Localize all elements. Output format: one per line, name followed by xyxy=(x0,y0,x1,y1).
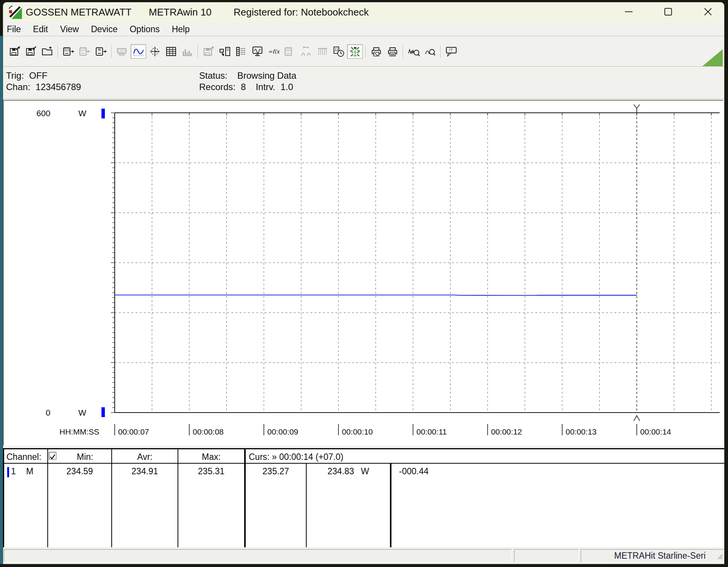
curve-view-button[interactable] xyxy=(131,44,146,59)
chan-value: 123456789 xyxy=(36,82,81,92)
channel-visibility-checkbox[interactable] xyxy=(49,452,56,460)
open-file-button[interactable] xyxy=(39,44,55,59)
table-view-icon xyxy=(165,46,177,57)
menu-device[interactable]: Device xyxy=(91,22,117,36)
multimeter-display-icon: 1257 xyxy=(116,46,128,57)
import-data-button[interactable] xyxy=(217,44,232,59)
channel-list-icon xyxy=(235,46,247,57)
power-chart[interactable]: 00:00:0700:00:0800:00:0900:00:1000:00:11… xyxy=(4,101,723,445)
resize-grip-lines xyxy=(718,555,722,559)
svg-text:321: 321 xyxy=(64,48,69,52)
menu-help[interactable]: Help xyxy=(172,22,190,36)
zoom-out-button[interactable] xyxy=(406,44,421,59)
print-icon xyxy=(387,46,399,57)
histogram-view-icon xyxy=(181,46,193,57)
range-compare-icon xyxy=(300,46,312,57)
table-border xyxy=(390,464,391,547)
x-tick-label: 00:00:11 xyxy=(416,427,447,436)
measurement-table: Channel: Min: Avr: Max: Curs: » 00:00:14… xyxy=(3,448,724,547)
table-view-button[interactable] xyxy=(163,44,179,59)
time-settings-icon: 12 xyxy=(333,46,345,57)
print-graph-button[interactable] xyxy=(368,44,384,59)
status-panel: Trig:OFF Chan:123456789 Status:Browsing … xyxy=(3,67,724,99)
titlebar-brand: GOSSEN METRAWATT xyxy=(26,6,131,18)
cursor-bottom-marker[interactable] xyxy=(634,416,640,421)
divider xyxy=(3,99,724,100)
device-settings-icon: 321 xyxy=(284,46,296,57)
svg-text:1257: 1257 xyxy=(118,49,125,53)
formula-fx-icon: =f(x) xyxy=(268,46,280,57)
menu-file[interactable]: File xyxy=(7,22,21,36)
records-value: 8 xyxy=(241,82,246,92)
menu-view[interactable]: View xyxy=(60,22,79,36)
maximize-icon xyxy=(665,8,672,15)
histogram-view-button xyxy=(179,44,195,59)
read-device-m-icon: M xyxy=(95,46,107,57)
cursor-top-marker[interactable] xyxy=(634,104,640,113)
time-settings-button[interactable]: 12 xyxy=(331,44,346,59)
records-label: Records: xyxy=(199,82,235,92)
device-settings-button: 321 xyxy=(282,44,298,59)
save-file-button[interactable] xyxy=(7,44,22,59)
titlebar-registration: Registered for: Notebookcheck xyxy=(234,6,369,18)
read-device-m-button[interactable]: M xyxy=(93,44,109,59)
row-min-value: 234.59 xyxy=(48,466,111,477)
toolbar-separator xyxy=(58,45,58,58)
debug-monitor-button[interactable] xyxy=(347,44,363,59)
desktop: GOSSEN METRAWATT METRAwin 10 Registered … xyxy=(0,0,728,567)
titlebar: GOSSEN METRAWATT METRAwin 10 Registered … xyxy=(3,2,724,22)
maximize-button[interactable] xyxy=(663,8,673,17)
table-border xyxy=(244,449,246,547)
close-button[interactable] xyxy=(703,8,713,17)
comment-button[interactable]: !? xyxy=(443,44,459,59)
read-device-321-button[interactable]: 321 xyxy=(61,44,76,59)
comb-filter-button xyxy=(315,44,330,59)
svg-text:321: 321 xyxy=(285,48,291,52)
debug-monitor-icon xyxy=(349,46,361,57)
chart-panel[interactable]: 00:00:0700:00:0800:00:0900:00:1000:00:11… xyxy=(3,100,723,446)
curve-view-icon xyxy=(133,46,145,57)
live-monitor-button[interactable] xyxy=(249,44,265,59)
trigger-status: Trig:OFF xyxy=(6,70,47,81)
trig-value: OFF xyxy=(29,70,47,81)
save-file-icon xyxy=(9,46,21,57)
x-tick-label: 00:00:10 xyxy=(342,427,373,436)
browse-status: Status:Browsing Data xyxy=(199,70,296,81)
interval-value: 1.0 xyxy=(281,82,293,92)
desktop-edge xyxy=(0,36,3,564)
menu-options[interactable]: Options xyxy=(129,22,159,36)
formula-fx-button[interactable]: =f(x) xyxy=(266,44,281,59)
header-avr: Avr: xyxy=(112,452,178,462)
row-cursor-value: 234.83W xyxy=(307,466,390,477)
menu-edit[interactable]: Edit xyxy=(33,22,48,36)
titlebar-app-name: METRAwin 10 xyxy=(149,6,212,18)
print-button[interactable] xyxy=(385,44,400,59)
channel-status: Chan:123456789 xyxy=(6,82,81,92)
save-as-button[interactable] xyxy=(23,44,39,59)
x-tick-label: 00:00:14 xyxy=(640,427,671,436)
table-border xyxy=(47,449,48,547)
read-device-321-icon: 321 xyxy=(62,46,75,57)
y-range-marker-top xyxy=(101,109,105,118)
toolbar-separator xyxy=(198,45,198,58)
y-unit-label: W xyxy=(78,408,86,417)
chan-label: Chan: xyxy=(6,82,30,92)
row-avr-value: 234.91 xyxy=(112,466,178,477)
toolbar-separator xyxy=(111,45,112,58)
records-status: Records:8Intrv.1.0 xyxy=(199,82,293,92)
toolbar: 321321M1257=f(x)32112!? xyxy=(3,37,724,66)
resize-grip[interactable] xyxy=(717,553,723,561)
status-label: Status: xyxy=(199,70,228,81)
zoom-in-button[interactable] xyxy=(422,44,438,59)
table-border xyxy=(178,449,178,547)
minimize-button[interactable] xyxy=(624,8,634,17)
y-max-label: 600 xyxy=(36,109,50,118)
channel-list-button[interactable] xyxy=(233,44,249,59)
comb-filter-icon xyxy=(316,46,329,57)
scope-view-button[interactable] xyxy=(147,44,162,59)
svg-text:!?: !? xyxy=(449,48,452,52)
connected-device-name: METRAHit Starline-Seri xyxy=(581,550,723,562)
table-border xyxy=(111,449,112,547)
header-min: Min: xyxy=(59,452,111,462)
svg-text:=f(x): =f(x) xyxy=(268,48,280,55)
